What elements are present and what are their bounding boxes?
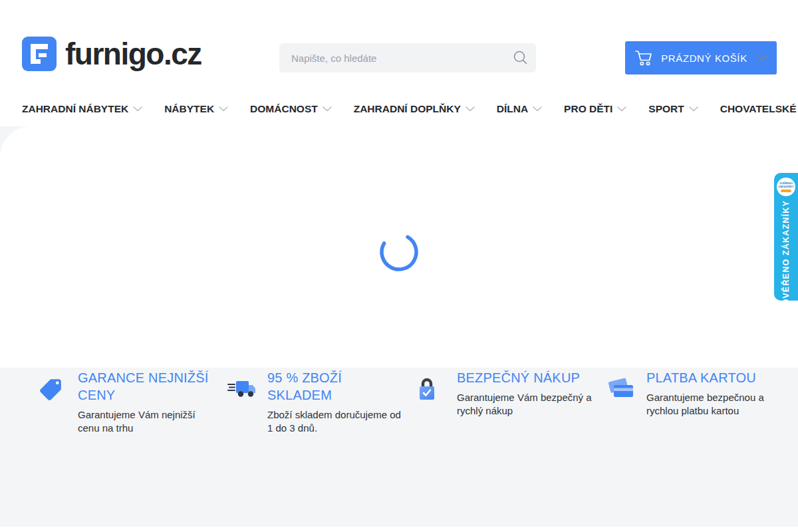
loading-panel bbox=[0, 126, 798, 368]
bottom-spacer bbox=[0, 527, 798, 532]
search-icon[interactable] bbox=[505, 49, 536, 66]
nav-item-label: PRO DĚTI bbox=[564, 103, 612, 115]
tag-icon bbox=[38, 377, 78, 405]
seal-text: OVĚŘENO bbox=[779, 182, 793, 185]
feature-title: BEZPEČNÝ NÁKUP bbox=[457, 369, 593, 386]
chevron-down-icon bbox=[689, 106, 698, 112]
nav-item-pro-deti[interactable]: PRO DĚTI bbox=[564, 103, 626, 115]
nav-item-label: DOMÁCNOST bbox=[250, 103, 318, 115]
feature-title: GARANCE NEJNIŽŠÍ CENY bbox=[78, 369, 214, 404]
loading-spinner-icon bbox=[378, 231, 420, 273]
verified-customers-badge[interactable]: OVĚŘENO ZÁKAZNÍKY OVĚŘENO ZÁKAZNÍKY bbox=[774, 173, 798, 301]
feature-in-stock: 95 % ZBOŽÍ SKLADEM Zboží skladem doručuj… bbox=[227, 369, 417, 435]
chevron-down-icon bbox=[533, 106, 542, 112]
logo-text: furnigo.cz bbox=[65, 39, 201, 69]
feature-title: PLATBA KARTOU bbox=[646, 369, 783, 386]
feature-description: Garantujeme Vám nejnižší cenu na trhu bbox=[78, 408, 214, 435]
features-section: GARANCE NEJNIŽŠÍ CENY Garantujeme Vám ne… bbox=[0, 368, 798, 527]
credit-card-icon bbox=[606, 377, 646, 402]
chevron-down-icon bbox=[466, 106, 475, 112]
lock-icon bbox=[417, 377, 457, 405]
nav-item-zahradni-doplnky[interactable]: ZAHRADNÍ DOPLŇKY bbox=[354, 103, 475, 115]
main-nav: ZAHRADNÍ NÁBYTEK NÁBYTEK DOMÁCNOST ZAHRA… bbox=[0, 94, 798, 124]
feature-secure-purchase: BEZPEČNÝ NÁKUP Garantujeme Vám bezpečný … bbox=[417, 369, 606, 435]
nav-item-nabytek[interactable]: NÁBYTEK bbox=[164, 103, 228, 115]
verified-badge-label: OVĚŘENO ZÁKAZNÍKY bbox=[781, 196, 791, 306]
chevron-down-icon bbox=[219, 106, 228, 112]
feature-card-payment: PLATBA KARTOU Garantujeme bezpečnou a ry… bbox=[606, 369, 798, 435]
chevron-down-icon bbox=[133, 106, 142, 112]
feature-description: Garantujeme Vám bezpečný a rychlý nákup bbox=[457, 391, 593, 418]
feature-lowest-price: GARANCE NEJNIŽŠÍ CENY Garantujeme Vám ne… bbox=[38, 369, 227, 435]
nav-item-sport[interactable]: SPORT bbox=[648, 103, 698, 115]
features-grid: GARANCE NEJNIŽŠÍ CENY Garantujeme Vám ne… bbox=[38, 369, 798, 435]
seal-brand-pill bbox=[781, 190, 791, 192]
header: furnigo.cz PRÁZDNÝ KOŠÍK bbox=[0, 0, 798, 93]
cart-button-label: PRÁZDNÝ KOŠÍK bbox=[661, 53, 747, 64]
chevron-down-icon bbox=[617, 106, 626, 112]
search-bar bbox=[279, 43, 536, 72]
page: furnigo.cz PRÁZDNÝ KOŠÍK bbox=[0, 0, 798, 532]
nav-item-chovatelske-potreby[interactable]: CHOVATELSKÉ POTŘEBY bbox=[720, 103, 798, 115]
nav-item-label: ZAHRADNÍ NÁBYTEK bbox=[22, 103, 128, 115]
chevron-down-icon bbox=[757, 55, 767, 61]
cart-button[interactable]: PRÁZDNÝ KOŠÍK bbox=[625, 41, 777, 74]
logo[interactable]: furnigo.cz bbox=[22, 37, 201, 71]
nav-item-zahradni-nabytek[interactable]: ZAHRADNÍ NÁBYTEK bbox=[22, 103, 142, 115]
feature-description: Zboží skladem doručujeme od 1 do 3 dnů. bbox=[267, 408, 404, 435]
main-content-section bbox=[0, 126, 798, 368]
cart-icon bbox=[634, 49, 654, 66]
logo-icon bbox=[22, 37, 57, 71]
truck-icon bbox=[227, 377, 267, 402]
heureka-seal-icon: OVĚŘENO ZÁKAZNÍKY bbox=[777, 178, 795, 196]
nav-item-dilna[interactable]: DÍLNA bbox=[497, 103, 542, 115]
chevron-down-icon bbox=[323, 106, 332, 112]
feature-description: Garantujeme bezpečnou a rychlou platbu k… bbox=[646, 391, 783, 418]
nav-list: ZAHRADNÍ NÁBYTEK NÁBYTEK DOMÁCNOST ZAHRA… bbox=[0, 94, 798, 124]
nav-item-label: CHOVATELSKÉ POTŘEBY bbox=[720, 103, 798, 115]
nav-item-label: DÍLNA bbox=[497, 103, 528, 115]
nav-item-label: ZAHRADNÍ DOPLŇKY bbox=[354, 103, 461, 115]
nav-item-label: SPORT bbox=[648, 103, 684, 115]
search-input[interactable] bbox=[279, 43, 505, 72]
nav-item-domacnost[interactable]: DOMÁCNOST bbox=[250, 103, 332, 115]
feature-title: 95 % ZBOŽÍ SKLADEM bbox=[267, 369, 404, 404]
nav-item-label: NÁBYTEK bbox=[164, 103, 214, 115]
seal-text: ZÁKAZNÍKY bbox=[778, 186, 793, 188]
